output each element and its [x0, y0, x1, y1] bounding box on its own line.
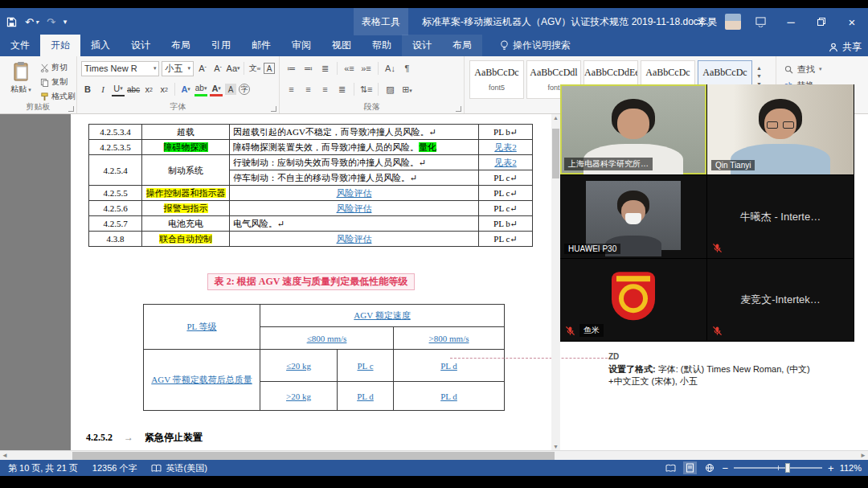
- styles-scroll-up-icon[interactable]: ▲: [756, 65, 762, 71]
- print-layout-button[interactable]: [683, 461, 697, 474]
- undo-icon[interactable]: ↶▾: [25, 16, 39, 28]
- web-layout-button[interactable]: [702, 461, 716, 474]
- tell-me-search[interactable]: 操作说明搜索: [492, 35, 579, 56]
- ribbon-display-options-icon[interactable]: [749, 8, 772, 35]
- read-mode-button[interactable]: [664, 461, 678, 474]
- tab-insert[interactable]: 插入: [80, 35, 121, 56]
- justify-icon[interactable]: ≣: [335, 84, 349, 95]
- zoom-slider-thumb[interactable]: [785, 463, 790, 473]
- clipboard-dialog-launcher[interactable]: [68, 106, 74, 112]
- participant-name-label: 鱼米: [579, 324, 604, 337]
- video-tile[interactable]: Qin Tianyi: [707, 84, 854, 175]
- vertical-scrollbar-thumb[interactable]: [552, 129, 559, 178]
- redo-icon[interactable]: ↷: [47, 16, 55, 28]
- font-dialog-launcher[interactable]: [271, 106, 276, 112]
- risk-assessment-link[interactable]: 风险评估: [337, 188, 372, 198]
- italic-button[interactable]: I: [96, 82, 109, 96]
- shading-icon[interactable]: ▨: [383, 84, 397, 95]
- paragraph-dialog-launcher[interactable]: [456, 106, 461, 112]
- superscript-button[interactable]: x2: [158, 82, 170, 96]
- cut-button[interactable]: 剪切: [40, 61, 76, 74]
- tab-help[interactable]: 帮助: [362, 35, 402, 56]
- tab-mailings[interactable]: 邮件: [241, 35, 281, 56]
- copy-button[interactable]: 复制: [40, 76, 76, 88]
- grow-font-button[interactable]: Aˆ: [196, 61, 209, 76]
- scroll-down-icon[interactable]: ▼: [551, 444, 560, 449]
- align-right-icon[interactable]: ≡: [318, 84, 332, 94]
- risk-assessment-link[interactable]: 风险评估: [337, 234, 372, 244]
- zoom-out-button[interactable]: −: [722, 462, 728, 474]
- tab-file[interactable]: 文件: [0, 35, 40, 56]
- enclose-characters-icon[interactable]: 字: [239, 84, 250, 95]
- font-color-button[interactable]: A▾: [210, 82, 223, 96]
- save-icon[interactable]: [6, 17, 17, 27]
- sort-icon[interactable]: A↓: [383, 64, 397, 73]
- multilevel-list-icon[interactable]: ≣: [318, 64, 332, 74]
- risk-table[interactable]: 4.2.5.3.4 超载 因超载引起的AGV不稳定，而导致冲撞人员风险。↵ PL…: [88, 124, 533, 247]
- word-count[interactable]: 12356 个字: [92, 462, 137, 474]
- video-tile[interactable]: HUAWEI P30: [560, 175, 707, 259]
- show-marks-icon[interactable]: ¶: [400, 64, 414, 73]
- bullets-icon[interactable]: ≔: [285, 64, 298, 74]
- tab-references[interactable]: 引用: [201, 35, 241, 56]
- user-avatar[interactable]: [725, 14, 741, 30]
- share-button[interactable]: 共享: [829, 40, 862, 54]
- video-tile-active-speaker[interactable]: 上海电器科学研究所…: [560, 84, 707, 175]
- table2-caption[interactable]: 表 2: 根据 AGV 速度与质量判定最低性能等级: [71, 273, 551, 290]
- character-border-icon[interactable]: A: [264, 63, 275, 74]
- tab-layout[interactable]: 布局: [161, 35, 201, 56]
- table-row: 4.2.5.6 报警与指示 风险评估 PL c↵: [89, 201, 533, 216]
- character-shading-icon[interactable]: A: [225, 84, 236, 95]
- section-heading[interactable]: 4.2.5.2→紧急停止装置: [86, 431, 203, 445]
- align-center-icon[interactable]: ≡: [301, 84, 315, 94]
- shrink-font-button[interactable]: Aˇ: [211, 61, 224, 76]
- highlight-color-button[interactable]: ab▾: [194, 82, 207, 96]
- line-spacing-icon[interactable]: ⇅≡: [359, 84, 373, 95]
- tab-design[interactable]: 设计: [121, 35, 161, 56]
- language-indicator[interactable]: 英语(美国): [151, 462, 207, 474]
- risk-assessment-link[interactable]: 风险评估: [337, 203, 372, 213]
- borders-icon[interactable]: ⊞▾: [400, 84, 414, 95]
- tab-review[interactable]: 审阅: [281, 35, 321, 56]
- format-change-comment[interactable]: ZD 设置了格式: 字体: (默认) Times New Roman, (中文)…: [560, 352, 825, 388]
- proofing-book-icon: [151, 464, 162, 473]
- page-indicator[interactable]: 第 10 页, 共 21 页: [8, 462, 78, 474]
- video-tile[interactable]: 麦竞文-Intertek…: [707, 259, 854, 342]
- minimize-button[interactable]: ─: [780, 8, 802, 35]
- vertical-scrollbar[interactable]: ▲ ▼: [551, 114, 560, 450]
- horizontal-scrollbar[interactable]: ◄ ►: [0, 450, 868, 460]
- tab-home[interactable]: 开始: [40, 35, 80, 56]
- zoom-in-button[interactable]: +: [828, 462, 834, 474]
- text-effects-icon[interactable]: A▾: [179, 82, 192, 96]
- zoom-slider[interactable]: [734, 467, 822, 469]
- tab-table-design[interactable]: 设计: [402, 35, 442, 56]
- change-case-button[interactable]: Aa▾: [227, 61, 240, 76]
- strikethrough-button[interactable]: abc: [127, 82, 140, 96]
- style-item[interactable]: AaBbCcDc font5: [469, 60, 524, 99]
- video-tile[interactable]: 牛曦杰 - Interte…: [707, 175, 854, 259]
- tab-view[interactable]: 视图: [321, 35, 362, 56]
- scroll-up-icon[interactable]: ▲: [551, 115, 560, 121]
- video-tile[interactable]: 鱼米: [560, 259, 707, 342]
- subscript-button[interactable]: x2: [142, 82, 155, 96]
- qat-customize-icon[interactable]: ▾: [63, 18, 68, 26]
- see-table2-link[interactable]: 见表2: [494, 158, 517, 167]
- align-left-icon[interactable]: ≡: [285, 84, 298, 94]
- underline-button[interactable]: U▾: [112, 82, 125, 96]
- document-page[interactable]: 4.2.5.3.4 超载 因超载引起的AGV不稳定，而导致冲撞人员风险。↵ PL…: [71, 114, 551, 450]
- styles-scroll-down-icon[interactable]: ▼: [756, 73, 762, 79]
- tab-table-layout[interactable]: 布局: [442, 35, 482, 56]
- see-table2-link[interactable]: 见表2: [494, 142, 517, 152]
- numbering-icon[interactable]: ≕: [301, 64, 315, 74]
- zoom-level[interactable]: 112%: [840, 463, 862, 473]
- close-button[interactable]: ×: [841, 8, 863, 35]
- font-name-select[interactable]: Times New R▾: [81, 61, 159, 76]
- restore-button[interactable]: [810, 8, 833, 35]
- increase-indent-icon[interactable]: »≡: [359, 64, 373, 73]
- horizontal-scrollbar-thumb[interactable]: [72, 452, 555, 460]
- phonetic-guide-icon[interactable]: 文w: [248, 61, 261, 76]
- font-size-select[interactable]: 小五▾: [162, 61, 194, 76]
- find-button[interactable]: 查找▾: [784, 61, 862, 77]
- decrease-indent-icon[interactable]: «≡: [342, 64, 356, 73]
- bold-button[interactable]: B: [81, 82, 94, 96]
